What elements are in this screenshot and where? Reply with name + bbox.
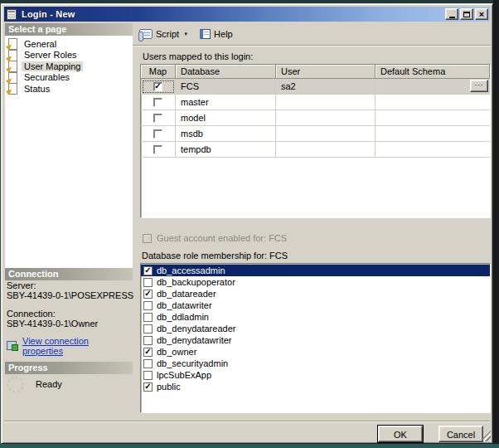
sidebar-item-server-roles[interactable]: Server Roles (7, 50, 133, 61)
role-item-db_securityadmin[interactable]: ✓db_securityadmin (141, 358, 490, 369)
user-cell[interactable]: sa2 (276, 79, 375, 95)
role-item-db_accessadmin[interactable]: ✓db_accessadmin (141, 265, 490, 276)
database-cell[interactable]: master (176, 95, 276, 110)
close-button[interactable]: × (475, 8, 488, 20)
connection-label: Connection: (7, 309, 131, 319)
page-icon (7, 38, 18, 49)
database-cell[interactable]: FCS (176, 79, 276, 95)
role-membership-label: Database role membership for: FCS (142, 251, 288, 261)
role-checkbox[interactable]: ✓ (143, 324, 153, 334)
sidebar-item-user-mapping[interactable]: User Mapping (7, 61, 133, 71)
role-checkbox[interactable]: ✓ (143, 290, 153, 299)
role-item-db_denydatareader[interactable]: ✓db_denydatareader (141, 323, 490, 334)
role-checkbox[interactable]: ✓ (143, 266, 153, 275)
role-name: db_owner (157, 347, 196, 357)
role-item-db_datawriter[interactable]: ✓db_datawriter (141, 299, 490, 311)
column-header-user[interactable]: User (276, 65, 375, 79)
connection-header: Connection (5, 268, 133, 280)
minimize-icon (449, 17, 455, 18)
column-header-database[interactable]: Database (176, 65, 276, 79)
table-row[interactable]: ✓model (141, 110, 490, 126)
default-schema-cell[interactable]: ... (375, 79, 490, 95)
sidebar-item-status[interactable]: Status (7, 83, 133, 94)
default-schema-cell[interactable] (375, 95, 490, 110)
role-name: db_ddladmin (157, 312, 209, 322)
table-row[interactable]: ✓tempdb (141, 142, 490, 158)
role-checkbox[interactable]: ✓ (143, 348, 153, 357)
map-checkbox[interactable]: ✓ (153, 129, 162, 139)
database-cell[interactable]: model (176, 110, 276, 126)
map-cell[interactable]: ✓ (141, 126, 176, 142)
table-row[interactable]: ✓FCSsa2... (141, 79, 490, 95)
default-schema-cell[interactable] (375, 110, 490, 126)
guest-account-checkbox[interactable]: ✓ (143, 234, 152, 243)
role-item-db_datareader[interactable]: ✓db_datareader (141, 288, 490, 299)
user-cell[interactable] (276, 110, 375, 126)
chevron-down-icon[interactable]: ▼ (183, 32, 188, 37)
sidebar-item-securables[interactable]: Securables (7, 72, 133, 83)
role-item-db_denydatawriter[interactable]: ✓db_denydatawriter (141, 334, 490, 346)
role-checkbox[interactable]: ✓ (143, 359, 153, 368)
script-scroll-icon (139, 29, 153, 39)
database-cell[interactable]: msdb (176, 126, 276, 142)
maximize-icon (463, 12, 470, 17)
map-checkbox[interactable]: ✓ (153, 114, 162, 123)
user-cell[interactable] (276, 95, 375, 110)
role-checkbox[interactable]: ✓ (143, 278, 153, 287)
column-header-default-schema[interactable]: Default Schema (375, 65, 490, 79)
table-row[interactable]: ✓msdb (141, 126, 490, 142)
window-icon (7, 9, 17, 20)
select-a-page-header: Select a page (5, 23, 133, 36)
users-mapped-label: Users mapped to this login: (143, 51, 253, 61)
map-checkbox[interactable]: ✓ (153, 82, 162, 91)
role-item-public[interactable]: ✓public (141, 381, 490, 392)
map-cell[interactable]: ✓ (141, 110, 176, 126)
role-name: db_datareader (157, 289, 216, 299)
role-name: lpcSubExApp (157, 370, 211, 380)
title-bar[interactable]: Login - New × (4, 7, 490, 22)
window-title: Login - New (22, 9, 445, 19)
maximize-button[interactable] (460, 8, 473, 20)
table-row[interactable]: ✓master (141, 95, 490, 110)
role-checkbox[interactable]: ✓ (143, 301, 153, 310)
role-item-db_backupoperator[interactable]: ✓db_backupoperator (141, 276, 490, 288)
default-schema-cell[interactable] (375, 142, 490, 158)
minimize-button[interactable] (445, 8, 458, 20)
page-icon (7, 50, 18, 61)
help-button[interactable]: Help (196, 27, 236, 41)
users-mapped-table: MapDatabaseUserDefault Schema ✓FCSsa2...… (140, 64, 491, 218)
view-connection-properties-link[interactable]: View connection properties (22, 336, 131, 356)
script-button[interactable]: Script ▼ (136, 27, 191, 41)
ok-button[interactable]: OK (378, 426, 423, 442)
page-list: GeneralServer RolesUser MappingSecurable… (5, 36, 133, 268)
role-item-db_owner[interactable]: ✓db_owner (141, 346, 490, 358)
role-checkbox[interactable]: ✓ (143, 336, 153, 345)
role-checkbox[interactable]: ✓ (143, 382, 153, 392)
user-cell[interactable] (276, 142, 375, 158)
role-checkbox[interactable]: ✓ (143, 371, 153, 380)
user-cell[interactable] (276, 126, 375, 142)
map-checkbox[interactable]: ✓ (153, 98, 162, 107)
close-icon: × (479, 10, 484, 18)
sidebar-item-label: Status (22, 84, 52, 94)
cancel-button[interactable]: Cancel (438, 426, 483, 442)
role-checkbox[interactable]: ✓ (143, 313, 153, 322)
check-icon: ✓ (144, 382, 151, 390)
desktop-edge-right (493, 0, 499, 448)
map-checkbox[interactable]: ✓ (153, 145, 162, 154)
page-icon (7, 72, 18, 83)
connection-value: SBY-41439-0-1\Owner (7, 319, 131, 329)
map-cell[interactable]: ✓ (141, 142, 176, 158)
browse-schema-button[interactable]: ... (470, 80, 488, 92)
guest-account-label: Guest account enabled for: FCS (157, 233, 287, 243)
connection-properties-icon (7, 341, 18, 351)
database-cell[interactable]: tempdb (176, 142, 276, 158)
role-item-db_ddladmin[interactable]: ✓db_ddladmin (141, 311, 490, 323)
default-schema-cell[interactable] (375, 126, 490, 142)
sidebar-item-general[interactable]: General (7, 38, 133, 49)
map-cell[interactable]: ✓ (141, 79, 176, 95)
check-icon: ✓ (154, 82, 161, 90)
role-item-lpcsubexapp[interactable]: ✓lpcSubExApp (141, 369, 490, 381)
map-cell[interactable]: ✓ (141, 95, 176, 110)
column-header-map[interactable]: Map (141, 65, 176, 79)
